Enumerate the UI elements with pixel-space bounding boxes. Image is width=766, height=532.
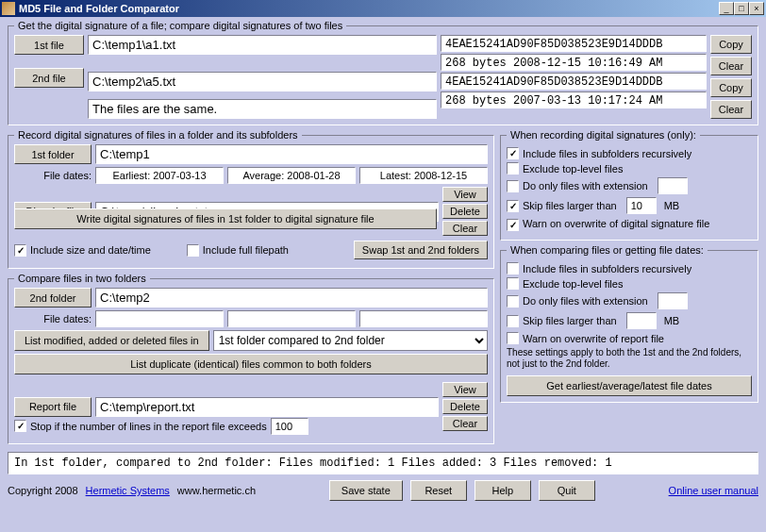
digsig-view-button[interactable]: View (442, 187, 488, 202)
get-dates-button[interactable]: Get earliest/average/latest file dates (507, 375, 752, 396)
record-options-legend: When recording digital signatures (only)… (507, 129, 700, 141)
digsig-delete-button[interactable]: Delete (442, 204, 488, 219)
rec-ext-input[interactable] (658, 177, 688, 194)
compare-options-legend: When comparing files or getting file dat… (507, 244, 708, 256)
include-size-checkbox[interactable]: ✓ Include size and date/time (14, 244, 151, 257)
rec-exclude-checkbox[interactable]: Exclude top-level files (507, 162, 752, 175)
cmp-ext-input[interactable] (658, 292, 688, 309)
signature-fieldset: Get the digital signature of a file; com… (8, 20, 758, 125)
titlebar: MD5 File and Folder Comparator _ □ × (0, 0, 766, 17)
digsig-clear-button[interactable]: Clear (442, 221, 488, 236)
signature-legend: Get the digital signature of a file; com… (14, 20, 346, 31)
write-sigs-button[interactable]: Write digital signatures of files in 1st… (14, 208, 437, 229)
record-fieldset: Record digital signatures of files in a … (8, 129, 494, 269)
app-icon (2, 2, 15, 15)
first-file-button[interactable]: 1st file (14, 35, 84, 55)
save-state-button[interactable]: Save state (329, 480, 403, 501)
info2: 268 bytes 2007-03-13 10:17:24 AM (441, 91, 707, 108)
cmp-warn-checkbox[interactable]: Warn on overwrite of report file (507, 332, 752, 344)
rec-skip-input[interactable]: 10 (626, 197, 657, 214)
date2-average (227, 310, 356, 327)
second-file-path[interactable]: C:\temp2\a5.txt (88, 72, 437, 91)
cmp-skip-checkbox[interactable]: Skip files larger thanMB (507, 312, 752, 329)
copyright-text: Copyright 2008 (8, 485, 78, 496)
report-view-button[interactable]: View (442, 382, 488, 397)
close-button[interactable]: × (749, 2, 764, 15)
compare-result: The files are the same. (88, 99, 437, 119)
swap-folders-button[interactable]: Swap 1st and 2nd folders (354, 241, 488, 259)
cmp-skip-input[interactable] (626, 312, 657, 329)
stop-lines-checkbox[interactable]: ✓ Stop if the number of lines in the rep… (14, 420, 267, 432)
report-path[interactable]: C:\temp\report.txt (95, 397, 439, 417)
second-file-button[interactable]: 2nd file (14, 68, 84, 88)
first-file-path[interactable]: C:\temp1\a1.txt (88, 35, 437, 55)
stop-lines-input[interactable]: 100 (271, 418, 308, 435)
date2-latest (359, 310, 488, 327)
clear2-button[interactable]: Clear (710, 100, 752, 119)
hash1: 4EAE15241AD90F85D038523E9D14DDDB (441, 35, 707, 52)
manual-link[interactable]: Online user manual (669, 485, 758, 496)
include-fullpath-checkbox[interactable]: Include full filepath (187, 244, 289, 257)
first-folder-path[interactable]: C:\temp1 (95, 144, 488, 164)
clear1-button[interactable]: Clear (710, 57, 752, 75)
rec-skip-checkbox[interactable]: ✓Skip files larger than10MB (507, 197, 752, 214)
compare-legend: Compare files in two folders (14, 273, 150, 284)
cmp-only-ext-checkbox[interactable]: Do only files with extension (507, 292, 752, 309)
list-duplicate-button[interactable]: List duplicate (identical) files common … (14, 354, 488, 374)
report-file-button[interactable]: Report file (14, 397, 92, 417)
report-delete-button[interactable]: Delete (442, 399, 488, 414)
rec-warn-checkbox[interactable]: ✓Warn on overwrite of digital signature … (507, 217, 752, 231)
maximize-button[interactable]: □ (734, 2, 749, 15)
record-options-fieldset: When recording digital signatures (only)… (500, 129, 758, 241)
date-latest: Latest: 2008-12-15 (359, 167, 488, 184)
second-folder-button[interactable]: 2nd folder (14, 288, 92, 308)
hermetic-link[interactable]: Hermetic Systems (86, 485, 170, 496)
copy1-button[interactable]: Copy (710, 35, 752, 54)
url-text: www.hermetic.ch (177, 485, 256, 496)
info1: 268 bytes 2008-12-15 10:16:49 AM (441, 54, 707, 71)
quit-button[interactable]: Quit (539, 480, 595, 501)
help-button[interactable]: Help (475, 480, 531, 501)
minimize-button[interactable]: _ (719, 2, 734, 15)
file-dates-label-2: File dates: (14, 313, 92, 324)
compare-options-note: These settings apply to both the 1st and… (507, 347, 752, 370)
rec-recursive-checkbox[interactable]: ✓Include files in subfolders recursively (507, 147, 752, 159)
file-dates-label: File dates: (14, 170, 92, 181)
window-title: MD5 File and Folder Comparator (19, 3, 719, 14)
copy2-button[interactable]: Copy (710, 78, 752, 97)
reset-button[interactable]: Reset (410, 480, 467, 501)
first-folder-button[interactable]: 1st folder (14, 144, 92, 164)
date-average: Average: 2008-01-28 (227, 167, 356, 184)
compare-direction-combo[interactable]: 1st folder compared to 2nd folder (213, 330, 488, 351)
list-modified-button[interactable]: List modified, added or deleted files in (14, 330, 209, 351)
status-bar: In 1st folder, compared to 2nd folder: F… (8, 452, 758, 474)
date-earliest: Earliest: 2007-03-13 (95, 167, 224, 184)
rec-only-ext-checkbox[interactable]: Do only files with extension (507, 177, 752, 194)
second-folder-path[interactable]: C:\temp2 (95, 288, 488, 308)
compare-options-fieldset: When comparing files or getting file dat… (500, 244, 758, 403)
cmp-exclude-checkbox[interactable]: Exclude top-level files (507, 277, 752, 290)
compare-fieldset: Compare files in two folders 2nd folder … (8, 273, 494, 444)
hash2: 4EAE15241AD90F85D038523E9D14DDDB (441, 73, 707, 90)
report-clear-button[interactable]: Clear (442, 416, 488, 431)
record-legend: Record digital signatures of files in a … (14, 129, 302, 141)
date2-earliest (95, 310, 224, 327)
cmp-recursive-checkbox[interactable]: Include files in subfolders recursively (507, 262, 752, 274)
